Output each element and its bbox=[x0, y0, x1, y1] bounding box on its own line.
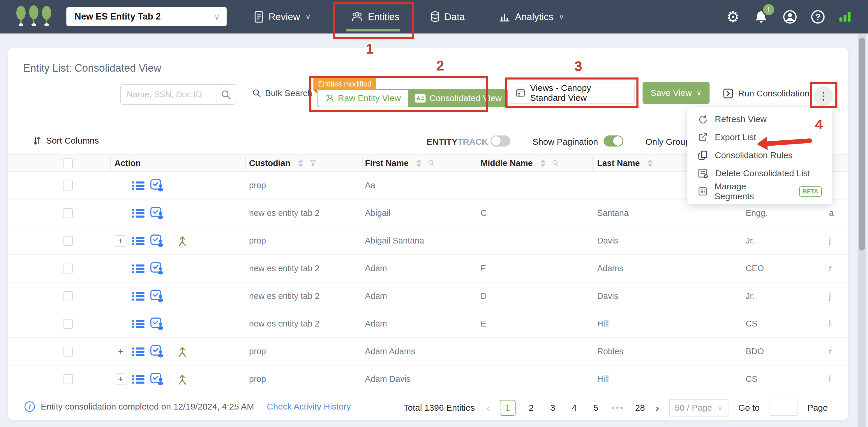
column-search-icon[interactable] bbox=[552, 160, 559, 166]
page-number-2[interactable]: 2 bbox=[525, 403, 537, 413]
save-view-button[interactable]: Save View ∨ bbox=[643, 82, 710, 104]
menu-item-delete-consolidated-list[interactable]: Delete Consolidated List bbox=[687, 164, 832, 182]
select-all-checkbox[interactable] bbox=[63, 158, 73, 169]
pagination-ellipsis[interactable]: ••• bbox=[612, 403, 624, 413]
row-checkbox[interactable] bbox=[63, 346, 73, 357]
nav-tab-data[interactable]: Data bbox=[431, 0, 465, 33]
view-details-list-button[interactable] bbox=[132, 374, 145, 384]
sort-arrows-icon[interactable] bbox=[648, 159, 653, 167]
nav-tab-entities[interactable]: Entities bbox=[351, 0, 399, 33]
assign-review-button[interactable] bbox=[150, 290, 164, 303]
header-first-name[interactable]: First Name bbox=[365, 155, 435, 171]
row-checkbox[interactable] bbox=[63, 208, 73, 218]
show-pagination-toggle[interactable] bbox=[603, 135, 623, 147]
header-last-name[interactable]: Last Name bbox=[597, 155, 653, 171]
view-details-list-button[interactable] bbox=[132, 347, 145, 356]
check-activity-history-link[interactable]: Check Activity History bbox=[267, 402, 351, 411]
merge-group-button[interactable] bbox=[177, 346, 188, 357]
project-selector-dropdown[interactable]: New ES Entity Tab 2 ∨ bbox=[66, 7, 227, 26]
help-button[interactable]: ? bbox=[811, 0, 825, 33]
scrollbar-thumb[interactable] bbox=[859, 38, 865, 250]
nav-tab-analytics[interactable]: Analytics ∨ bbox=[499, 0, 564, 33]
sort-arrows-icon[interactable] bbox=[416, 159, 422, 167]
more-actions-kebab-button[interactable]: ⋮ bbox=[814, 87, 833, 106]
header-custodian[interactable]: Custodian bbox=[249, 155, 317, 171]
entity-search-input[interactable] bbox=[121, 85, 216, 104]
page-size-select[interactable]: 50 / Page ∨ bbox=[669, 399, 728, 417]
bulk-search-button[interactable]: Bulk Search bbox=[252, 88, 312, 98]
goto-page-input[interactable] bbox=[770, 400, 798, 416]
views-selector-button[interactable]: Views - Canopy Standard View bbox=[509, 82, 635, 104]
more-actions-menu: Refresh View Export List Consolidation R… bbox=[687, 106, 832, 204]
menu-item-export-list[interactable]: Export List bbox=[687, 128, 832, 146]
view-details-list-button[interactable] bbox=[132, 209, 145, 218]
menu-item-refresh-view[interactable]: Refresh View bbox=[687, 110, 832, 128]
view-details-list-button[interactable] bbox=[132, 264, 145, 273]
row-checkbox[interactable] bbox=[63, 374, 73, 384]
menu-item-manage-segments[interactable]: Manage Segments BETA bbox=[687, 182, 832, 201]
page-number-1[interactable]: 1 bbox=[500, 400, 516, 416]
row-checkbox[interactable] bbox=[63, 291, 73, 301]
user-avatar[interactable] bbox=[783, 0, 797, 33]
page-number-4[interactable]: 4 bbox=[568, 403, 580, 413]
settings-gear-icon[interactable]: ⚙ bbox=[726, 0, 740, 33]
row-checkbox-cell bbox=[63, 282, 73, 310]
raw-entity-view-button[interactable]: Raw Entity View bbox=[317, 89, 408, 107]
nav-tab-review-label: Review bbox=[269, 11, 300, 23]
nav-tab-review[interactable]: Review ∨ bbox=[254, 0, 311, 33]
column-search-icon[interactable] bbox=[428, 160, 435, 166]
run-consolidation-button[interactable]: Run Consolidation bbox=[723, 88, 809, 99]
next-page-button[interactable]: › bbox=[656, 402, 659, 414]
header-first-name-label: First Name bbox=[365, 158, 409, 168]
view-details-list-button[interactable] bbox=[132, 181, 145, 190]
view-details-list-button[interactable] bbox=[132, 292, 145, 301]
view-details-list-button[interactable] bbox=[132, 319, 145, 329]
assign-review-button[interactable] bbox=[150, 262, 164, 275]
prev-page-button[interactable]: ‹ bbox=[487, 402, 490, 414]
view-details-list-button[interactable] bbox=[132, 236, 145, 246]
help-glyph: ? bbox=[815, 12, 820, 22]
cell-first-name: Adam Davis bbox=[365, 366, 410, 393]
menu-item-label: Refresh View bbox=[715, 114, 767, 124]
assign-review-button[interactable] bbox=[150, 179, 164, 192]
sort-columns-button[interactable]: Sort Columns bbox=[33, 135, 99, 146]
sort-arrows-icon[interactable] bbox=[298, 159, 303, 167]
consolidated-view-button[interactable]: Consolidated View bbox=[408, 89, 508, 107]
cell-middle-name: F bbox=[480, 255, 486, 282]
page-number-28[interactable]: 28 bbox=[634, 403, 646, 413]
header-middle-name[interactable]: Middle Name bbox=[480, 155, 559, 171]
cell-middle-name: E bbox=[480, 310, 486, 337]
row-checkbox[interactable] bbox=[63, 181, 73, 190]
expand-group-button[interactable]: + bbox=[115, 346, 126, 357]
merge-group-button[interactable] bbox=[177, 373, 188, 385]
signal-bars-icon[interactable] bbox=[839, 11, 852, 23]
row-checkbox[interactable] bbox=[63, 236, 73, 246]
notification-count: 1 bbox=[767, 5, 771, 14]
assign-review-button[interactable] bbox=[150, 373, 164, 386]
delete-list-icon bbox=[698, 168, 708, 179]
entitytrack-toggle[interactable] bbox=[491, 135, 510, 147]
filter-funnel-icon[interactable] bbox=[310, 160, 317, 166]
assign-review-button[interactable] bbox=[150, 345, 164, 358]
menu-item-label: Consolidation Rules bbox=[715, 150, 793, 160]
column-divider bbox=[478, 157, 478, 170]
sort-arrows-icon[interactable] bbox=[540, 159, 546, 167]
header-action[interactable]: Action bbox=[115, 155, 141, 171]
search-submit-button[interactable] bbox=[216, 85, 236, 104]
page-number-3[interactable]: 3 bbox=[547, 403, 559, 413]
assign-review-button[interactable] bbox=[150, 317, 164, 330]
page-size-value: 50 / Page bbox=[675, 403, 712, 413]
assign-review-button[interactable] bbox=[150, 235, 164, 247]
header-middle-name-label: Middle Name bbox=[480, 158, 533, 168]
cell-custodian: prop bbox=[249, 338, 266, 365]
expand-group-button[interactable]: + bbox=[115, 235, 126, 247]
page-number-5[interactable]: 5 bbox=[590, 403, 602, 413]
merge-group-button[interactable] bbox=[177, 235, 188, 247]
menu-item-consolidation-rules[interactable]: Consolidation Rules bbox=[687, 146, 832, 164]
expand-group-button[interactable]: + bbox=[115, 373, 126, 385]
row-checkbox[interactable] bbox=[63, 264, 73, 274]
assign-review-button[interactable] bbox=[150, 207, 164, 220]
row-checkbox[interactable] bbox=[63, 319, 73, 329]
raw-person-icon bbox=[325, 93, 334, 103]
table-row: + bbox=[8, 338, 848, 366]
